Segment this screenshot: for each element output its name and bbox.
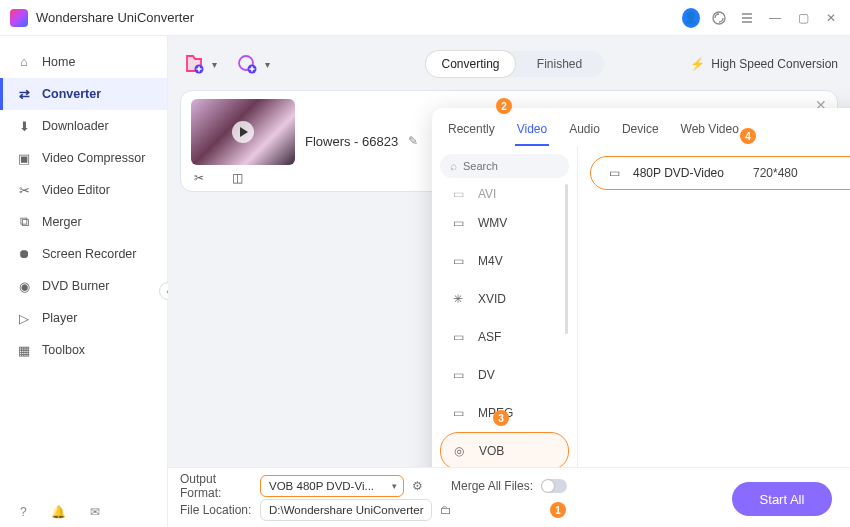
merger-icon: ⧉ [16, 214, 32, 230]
menu-icon[interactable] [738, 9, 756, 27]
sidebar-item-label: Video Compressor [42, 151, 145, 165]
minimize-button[interactable]: — [766, 9, 784, 27]
preset-column: ▭ 480P DVD-Video 720*480 ✎ [578, 146, 850, 498]
tab-recently[interactable]: Recently [446, 118, 497, 146]
editor-icon: ✂ [16, 182, 32, 198]
converter-icon: ⇄ [16, 86, 32, 102]
maximize-button[interactable]: ▢ [794, 9, 812, 27]
bolt-icon: ⚡ [690, 57, 705, 71]
high-speed-toggle[interactable]: ⚡ High Speed Conversion [690, 57, 838, 71]
sidebar-item-home[interactable]: ⌂Home [0, 46, 167, 78]
toolbox-icon: ▦ [16, 342, 32, 358]
main: ▾ ▾ Converting Finished ⚡ High Speed Con… [168, 36, 850, 527]
format-icon: ✳ [448, 291, 468, 307]
format-item-wmv[interactable]: ▭WMV [440, 204, 569, 242]
settings-icon[interactable]: ⚙ [412, 479, 423, 493]
card-actions: ✂ ◫ [191, 171, 245, 185]
sidebar-item-compressor[interactable]: ▣Video Compressor [0, 142, 167, 174]
format-icon: ▭ [448, 186, 468, 202]
sidebar-item-player[interactable]: ▷Player [0, 302, 167, 334]
format-item-xvid[interactable]: ✳XVID [440, 280, 569, 318]
sidebar-item-editor[interactable]: ✂Video Editor [0, 174, 167, 206]
bottom-icons: ? 🔔 ✉ [20, 505, 100, 519]
merge-toggle-row: Merge All Files: [451, 479, 567, 493]
download-icon: ⬇ [16, 118, 32, 134]
tab-finished[interactable]: Finished [515, 51, 604, 77]
chevron-down-icon: ▾ [392, 481, 397, 491]
search-icon: ⌕ [450, 159, 457, 173]
app-title: Wondershare UniConverter [36, 10, 194, 25]
format-icon: ▭ [448, 253, 468, 269]
add-url-dropdown[interactable]: ▾ [265, 59, 270, 70]
bell-icon[interactable]: 🔔 [51, 505, 66, 519]
scrollbar[interactable] [565, 184, 568, 334]
high-speed-label: High Speed Conversion [711, 57, 838, 71]
merge-label: Merge All Files: [451, 479, 533, 493]
help-icon[interactable]: ? [20, 505, 27, 519]
callout-3: 3 [493, 410, 509, 426]
file-name: Flowers - 66823 [305, 134, 398, 149]
home-icon: ⌂ [16, 54, 32, 70]
close-button[interactable]: ✕ [822, 9, 840, 27]
format-icon: ▭ [448, 367, 468, 383]
callout-2: 2 [496, 98, 512, 114]
add-file-button[interactable] [180, 50, 208, 78]
sidebar-item-merger[interactable]: ⧉Merger [0, 206, 167, 238]
tab-audio[interactable]: Audio [567, 118, 602, 146]
tab-video[interactable]: Video [515, 118, 549, 146]
format-icon: ▭ [448, 405, 468, 421]
tab-converting[interactable]: Converting [426, 51, 515, 77]
toolbar: ▾ ▾ Converting Finished ⚡ High Speed Con… [180, 44, 838, 84]
preset-row[interactable]: ▭ 480P DVD-Video 720*480 ✎ [590, 156, 850, 190]
merge-toggle[interactable] [541, 479, 567, 493]
tab-device[interactable]: Device [620, 118, 661, 146]
format-icon: ▭ [448, 215, 468, 231]
format-item-m4v[interactable]: ▭M4V [440, 242, 569, 280]
sidebar-item-toolbox[interactable]: ▦Toolbox [0, 334, 167, 366]
format-item-vob[interactable]: ◎VOB [440, 432, 569, 470]
trim-icon[interactable]: ✂ [191, 171, 207, 185]
open-folder-icon[interactable]: 🗀 [440, 503, 452, 517]
sidebar-item-label: Screen Recorder [42, 247, 137, 261]
format-item-dv[interactable]: ▭DV [440, 356, 569, 394]
disc-icon: ◎ [449, 443, 469, 459]
sidebar-item-downloader[interactable]: ⬇Downloader [0, 110, 167, 142]
format-search[interactable]: ⌕ [440, 154, 569, 178]
start-all-button[interactable]: Start All [732, 482, 832, 516]
callout-1: 1 [550, 502, 566, 518]
sidebar-item-recorder[interactable]: ⏺Screen Recorder [0, 238, 167, 270]
sidebar-item-converter[interactable]: ⇄Converter [0, 78, 167, 110]
format-list-column: ⌕ ▭AVI ▭WMV ▭M4V ✳XVID ▭ASF ▭DV ▭MPEG ◎V… [432, 146, 578, 498]
app-logo [10, 9, 28, 27]
output-format-value: VOB 480P DVD-Vi... [269, 480, 374, 492]
preset-resolution: 720*480 [753, 166, 850, 180]
status-segmented: Converting Finished [426, 51, 604, 77]
callout-4: 4 [740, 128, 756, 144]
sidebar: ⌂Home ⇄Converter ⬇Downloader ▣Video Comp… [0, 36, 168, 527]
format-list[interactable]: ▭AVI ▭WMV ▭M4V ✳XVID ▭ASF ▭DV ▭MPEG ◎VOB [440, 184, 569, 490]
file-location-value[interactable]: D:\Wondershare UniConverter [260, 499, 432, 521]
sidebar-item-label: DVD Burner [42, 279, 109, 293]
play-icon [232, 121, 254, 143]
format-label: XVID [478, 292, 506, 306]
tab-web-video[interactable]: Web Video [679, 118, 741, 146]
edit-name-icon[interactable]: ✎ [408, 134, 418, 148]
feedback-icon[interactable]: ✉ [90, 505, 100, 519]
video-thumbnail[interactable] [191, 99, 295, 165]
format-label: WMV [478, 216, 507, 230]
output-format-label: Output Format: [180, 472, 260, 500]
crop-icon[interactable]: ◫ [229, 171, 245, 185]
format-item-asf[interactable]: ▭ASF [440, 318, 569, 356]
recorder-icon: ⏺ [16, 246, 32, 262]
sidebar-item-dvd[interactable]: ◉DVD Burner [0, 270, 167, 302]
output-format-select[interactable]: VOB 480P DVD-Vi... ▾ [260, 475, 404, 497]
sidebar-item-label: Video Editor [42, 183, 110, 197]
format-item-avi[interactable]: ▭AVI [440, 184, 569, 204]
format-label: VOB [479, 444, 504, 458]
format-label: DV [478, 368, 495, 382]
support-icon[interactable] [710, 9, 728, 27]
user-avatar[interactable]: 👤 [682, 9, 700, 27]
add-url-button[interactable] [233, 50, 261, 78]
add-file-dropdown[interactable]: ▾ [212, 59, 217, 70]
search-input[interactable] [463, 160, 553, 172]
